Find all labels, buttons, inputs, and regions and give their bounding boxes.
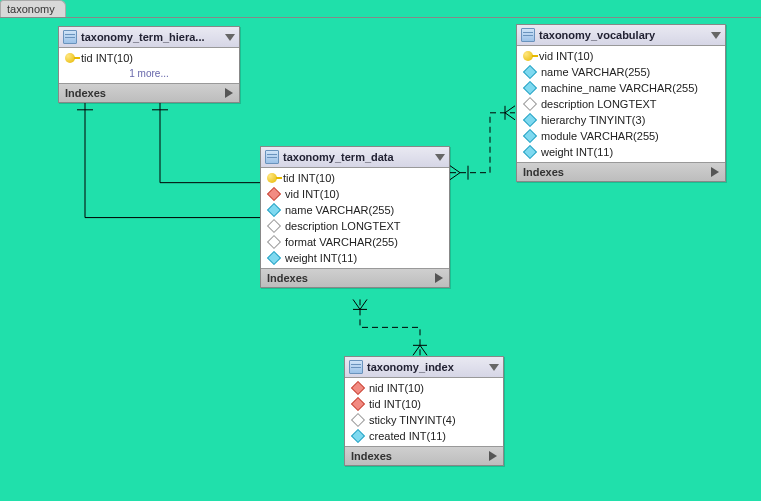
diamond-icon: [523, 145, 537, 159]
expand-icon: [489, 451, 497, 461]
column-row: format VARCHAR(255): [261, 234, 449, 250]
column-row: description LONGTEXT: [261, 218, 449, 234]
column-row: tid INT(10): [345, 396, 503, 412]
diamond-icon: [267, 219, 281, 233]
entity-taxonomy-vocabulary[interactable]: taxonomy_vocabulary vid INT(10) name VAR…: [516, 24, 726, 182]
table-icon: [349, 360, 363, 374]
indexes-section[interactable]: Indexes: [261, 268, 449, 287]
indexes-label: Indexes: [65, 87, 106, 99]
column-row: created INT(11): [345, 428, 503, 444]
entity-header[interactable]: taxonomy_index: [345, 357, 503, 378]
column-text: tid INT(10): [369, 398, 421, 410]
entity-title: taxonomy_term_data: [283, 151, 431, 163]
column-row: machine_name VARCHAR(255): [517, 80, 725, 96]
column-row: weight INT(11): [261, 250, 449, 266]
diamond-icon: [523, 65, 537, 79]
indexes-label: Indexes: [351, 450, 392, 462]
entity-header[interactable]: taxonomy_vocabulary: [517, 25, 725, 46]
collapse-icon[interactable]: [435, 154, 445, 161]
column-text: tid INT(10): [81, 52, 133, 64]
entity-title: taxonomy_term_hiera...: [81, 31, 221, 43]
column-row: name VARCHAR(255): [517, 64, 725, 80]
column-row: name VARCHAR(255): [261, 202, 449, 218]
column-text: sticky TINYINT(4): [369, 414, 456, 426]
column-text: module VARCHAR(255): [541, 130, 659, 142]
key-icon: [65, 53, 75, 63]
column-row: nid INT(10): [345, 380, 503, 396]
diamond-icon: [351, 381, 365, 395]
column-text: tid INT(10): [283, 172, 335, 184]
entity-taxonomy-term-hierarchy[interactable]: taxonomy_term_hiera... tid INT(10) 1 mor…: [58, 26, 240, 103]
diamond-icon: [351, 397, 365, 411]
column-text: hierarchy TINYINT(3): [541, 114, 645, 126]
diamond-icon: [351, 413, 365, 427]
more-indicator[interactable]: 1 more...: [59, 66, 239, 81]
diamond-icon: [523, 129, 537, 143]
svg-line-8: [450, 173, 460, 180]
svg-line-14: [353, 299, 360, 309]
column-text: weight INT(11): [285, 252, 357, 264]
column-text: weight INT(11): [541, 146, 613, 158]
diamond-icon: [523, 97, 537, 111]
column-row: vid INT(10): [517, 48, 725, 64]
collapse-icon[interactable]: [711, 32, 721, 39]
tab-label: taxonomy: [7, 3, 55, 15]
collapse-icon[interactable]: [489, 364, 499, 371]
svg-line-7: [450, 166, 460, 173]
table-icon: [63, 30, 77, 44]
column-text: created INT(11): [369, 430, 446, 442]
entity-columns: nid INT(10) tid INT(10) sticky TINYINT(4…: [345, 378, 503, 446]
column-row: weight INT(11): [517, 144, 725, 160]
entity-columns: tid INT(10) vid INT(10) name VARCHAR(255…: [261, 168, 449, 268]
column-row: hierarchy TINYINT(3): [517, 112, 725, 128]
indexes-label: Indexes: [523, 166, 564, 178]
diamond-icon: [267, 235, 281, 249]
column-text: description LONGTEXT: [541, 98, 657, 110]
entity-header[interactable]: taxonomy_term_data: [261, 147, 449, 168]
column-text: description LONGTEXT: [285, 220, 401, 232]
entity-title: taxonomy_index: [367, 361, 485, 373]
column-text: machine_name VARCHAR(255): [541, 82, 698, 94]
svg-line-17: [413, 345, 420, 355]
diagram-canvas: taxonomy_term_hiera... tid INT(10) 1 mor…: [0, 17, 761, 501]
column-text: nid INT(10): [369, 382, 424, 394]
indexes-label: Indexes: [267, 272, 308, 284]
diamond-icon: [523, 113, 537, 127]
column-row: tid INT(10): [261, 170, 449, 186]
entity-title: taxonomy_vocabulary: [539, 29, 707, 41]
column-row: sticky TINYINT(4): [345, 412, 503, 428]
expand-icon: [225, 88, 233, 98]
schema-tab[interactable]: taxonomy: [0, 0, 66, 17]
svg-line-12: [505, 113, 515, 120]
entity-columns: vid INT(10) name VARCHAR(255) machine_na…: [517, 46, 725, 162]
diamond-icon: [267, 203, 281, 217]
key-icon: [267, 173, 277, 183]
collapse-icon[interactable]: [225, 34, 235, 41]
indexes-section[interactable]: Indexes: [345, 446, 503, 465]
column-text: name VARCHAR(255): [541, 66, 650, 78]
diamond-icon: [351, 429, 365, 443]
column-row: tid INT(10): [59, 50, 239, 66]
entity-header[interactable]: taxonomy_term_hiera...: [59, 27, 239, 48]
diamond-icon: [523, 81, 537, 95]
indexes-section[interactable]: Indexes: [59, 83, 239, 102]
table-icon: [521, 28, 535, 42]
column-row: vid INT(10): [261, 186, 449, 202]
entity-taxonomy-term-data[interactable]: taxonomy_term_data tid INT(10) vid INT(1…: [260, 146, 450, 288]
diamond-icon: [267, 251, 281, 265]
column-row: module VARCHAR(255): [517, 128, 725, 144]
diamond-icon: [267, 187, 281, 201]
table-icon: [265, 150, 279, 164]
svg-line-15: [360, 299, 367, 309]
svg-line-11: [505, 106, 515, 113]
column-text: name VARCHAR(255): [285, 204, 394, 216]
entity-taxonomy-index[interactable]: taxonomy_index nid INT(10) tid INT(10) s…: [344, 356, 504, 466]
entity-columns: tid INT(10) 1 more...: [59, 48, 239, 83]
key-icon: [523, 51, 533, 61]
column-row: description LONGTEXT: [517, 96, 725, 112]
column-text: format VARCHAR(255): [285, 236, 398, 248]
expand-icon: [711, 167, 719, 177]
svg-line-18: [420, 345, 427, 355]
column-text: vid INT(10): [539, 50, 593, 62]
indexes-section[interactable]: Indexes: [517, 162, 725, 181]
